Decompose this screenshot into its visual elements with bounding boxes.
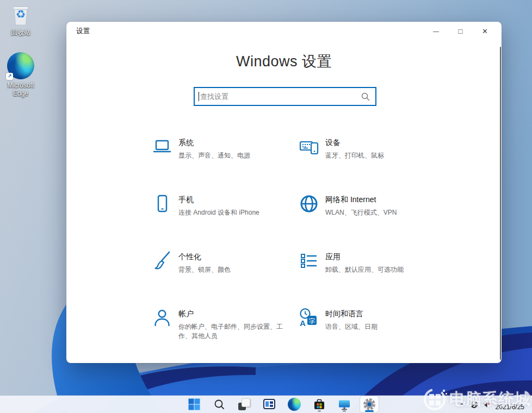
- category-title: 设备: [325, 138, 384, 148]
- taskbar-search-button[interactable]: [210, 396, 228, 412]
- chevron-up-icon: [458, 401, 466, 408]
- store-button[interactable]: [310, 396, 329, 412]
- category-title: 应用: [325, 252, 404, 262]
- gear-icon: [363, 398, 376, 411]
- windows-logo-icon: [188, 398, 200, 410]
- category-title: 个性化: [178, 252, 231, 262]
- globe-no-internet-icon: [470, 401, 478, 409]
- maximize-button[interactable]: □: [448, 23, 473, 39]
- running-indicator: [318, 410, 321, 412]
- taskbar: 2021/6/25: [0, 396, 532, 413]
- page-title: Windows 设置: [66, 52, 502, 71]
- active-indicator: [365, 410, 374, 412]
- system-laptop-icon: [151, 136, 173, 158]
- search-box[interactable]: [194, 87, 376, 106]
- category-subtitle: 显示、声音、通知、电源: [178, 151, 250, 160]
- close-button[interactable]: ✕: [473, 23, 497, 39]
- speaker-muted-icon: [482, 401, 491, 408]
- apps-list-icon: [298, 250, 320, 272]
- globe-icon: [298, 193, 320, 215]
- edge-icon: ↗: [7, 52, 34, 79]
- time-language-icon: A 字: [298, 307, 320, 329]
- edge-icon: [288, 398, 301, 411]
- recycle-bin-icon: ♻: [9, 3, 33, 27]
- display-app-button[interactable]: [335, 396, 354, 412]
- category-title: 手机: [178, 195, 259, 205]
- running-indicator: [343, 410, 346, 412]
- category-system[interactable]: 系统 显示、声音、通知、电源: [151, 136, 298, 193]
- category-phone[interactable]: 手机 连接 Android 设备和 iPhone: [151, 193, 298, 250]
- minimize-button[interactable]: —: [424, 23, 448, 39]
- devices-icon: [298, 136, 320, 158]
- start-button[interactable]: [185, 396, 203, 412]
- store-bag-icon: [313, 398, 326, 411]
- category-subtitle: 蓝牙、打印机、鼠标: [325, 151, 384, 160]
- category-apps[interactable]: 应用 卸载、默认应用、可选功能: [298, 250, 445, 307]
- clock[interactable]: 2021/6/25: [496, 398, 524, 411]
- svg-text:A: A: [300, 318, 306, 328]
- search-icon: [214, 399, 225, 410]
- svg-text:字: 字: [309, 318, 316, 324]
- category-title: 时间和语言: [325, 309, 378, 319]
- category-subtitle: 连接 Android 设备和 iPhone: [178, 208, 259, 217]
- settings-category-grid: 系统 显示、声音、通知、电源 设备 蓝牙、打印机、鼠标: [151, 136, 445, 364]
- desktop-icon-label: 回收站: [11, 29, 30, 37]
- category-title: 网络和 Internet: [325, 195, 397, 205]
- network-tray-button[interactable]: [470, 401, 478, 409]
- category-title: 帐户: [178, 309, 283, 319]
- volume-tray-button[interactable]: [482, 401, 491, 408]
- widgets-button[interactable]: [260, 396, 279, 412]
- search-input[interactable]: [199, 92, 361, 101]
- category-subtitle: 语音、区域、日期: [325, 322, 378, 331]
- category-accounts[interactable]: 帐户 你的帐户、电子邮件、同步设置、工作、其他人员: [151, 307, 298, 364]
- tray-date: 2021/6/25: [496, 404, 524, 411]
- shortcut-arrow-icon: ↗: [6, 73, 13, 80]
- phone-icon: [151, 193, 173, 215]
- category-devices[interactable]: 设备 蓝牙、打印机、鼠标: [298, 136, 445, 193]
- window-scrollbar[interactable]: [500, 47, 501, 360]
- desktop-icon-edge[interactable]: ↗ Microsoft Edge: [0, 52, 41, 98]
- accounts-person-icon: [151, 307, 173, 329]
- widgets-icon: [263, 398, 276, 411]
- desktop-icon-label: Microsoft Edge: [0, 82, 41, 98]
- monitor-icon: [338, 398, 351, 411]
- hidden-icons-button[interactable]: [458, 401, 466, 408]
- task-view-icon: [238, 398, 250, 410]
- category-subtitle: 背景、锁屏、颜色: [178, 265, 231, 274]
- category-network[interactable]: 网络和 Internet WLAN、飞行模式、VPN: [298, 193, 445, 250]
- settings-window: 设置 — □ ✕ Windows 设置 系统 显示、声音、通知、电源: [66, 22, 502, 363]
- task-view-button[interactable]: [235, 396, 253, 412]
- category-personalization[interactable]: 个性化 背景、锁屏、颜色: [151, 250, 298, 307]
- personalization-brush-icon: [151, 250, 173, 272]
- titlebar[interactable]: 设置 — □ ✕: [66, 22, 502, 41]
- category-subtitle: WLAN、飞行模式、VPN: [325, 208, 397, 217]
- category-subtitle: 你的帐户、电子邮件、同步设置、工作、其他人员: [178, 322, 283, 341]
- category-time-language[interactable]: A 字 时间和语言 语音、区域、日期: [298, 307, 445, 364]
- settings-button[interactable]: [360, 396, 379, 412]
- category-subtitle: 卸载、默认应用、可选功能: [325, 265, 404, 274]
- window-title: 设置: [76, 27, 90, 36]
- search-icon: [361, 92, 370, 101]
- edge-button[interactable]: [285, 396, 304, 412]
- desktop-icon-recycle-bin[interactable]: ♻ 回收站: [0, 3, 41, 37]
- category-title: 系统: [178, 138, 250, 148]
